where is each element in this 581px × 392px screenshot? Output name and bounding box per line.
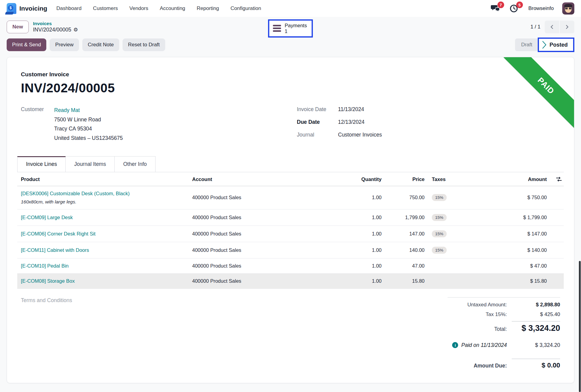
header-product[interactable]: Product bbox=[17, 176, 189, 182]
paid-line: i Paid on 11/13/2024 $ 3,324.20 bbox=[448, 342, 560, 348]
navbar-right: 7 5 Browseinfo bbox=[491, 2, 574, 15]
amount-due-line: Amount Due: $ 0.00 bbox=[448, 359, 560, 369]
product-link[interactable]: [E-COM09] Large Desk bbox=[21, 215, 185, 220]
info-icon[interactable]: i bbox=[452, 342, 458, 348]
print-send-button[interactable]: Print & Send bbox=[7, 38, 46, 51]
due-date-field[interactable]: Due Date 12/13/2024 bbox=[297, 119, 442, 125]
amount-cell: $ 15.80 bbox=[474, 278, 550, 284]
status-posted-label: Posted bbox=[550, 42, 568, 48]
account-cell[interactable]: 400000 Product Sales bbox=[189, 231, 346, 237]
status-arrow-icon bbox=[542, 41, 547, 49]
quantity-cell[interactable]: 1.00 bbox=[346, 215, 385, 220]
avatar-hair bbox=[564, 4, 572, 7]
price-cell[interactable]: 1,799.00 bbox=[385, 215, 428, 220]
account-cell[interactable]: 400000 Product Sales bbox=[189, 195, 346, 200]
invoice-date-value[interactable]: 11/13/2024 bbox=[338, 106, 364, 113]
tax-badge[interactable]: 15% bbox=[432, 214, 447, 221]
invoice-info: Customer Ready Mat 7500 W Linne Road Tra… bbox=[21, 106, 564, 143]
table-row[interactable]: [E-COM10] Pedal Bin 400000 Product Sales… bbox=[17, 259, 564, 274]
nav-item-configuration[interactable]: Configuration bbox=[231, 5, 261, 12]
price-cell[interactable]: 750.00 bbox=[385, 195, 428, 200]
price-cell[interactable]: 15.80 bbox=[385, 278, 428, 284]
tax-label: Tax 15%: bbox=[486, 311, 512, 318]
header-account[interactable]: Account bbox=[189, 176, 346, 182]
payments-button[interactable]: Payments 1 bbox=[268, 19, 313, 38]
tax-badge[interactable]: 15% bbox=[432, 247, 447, 254]
product-link[interactable]: [DESK0006] Customizable Desk (Custom, Bl… bbox=[21, 191, 185, 196]
table-row[interactable]: [E-COM09] Large Desk 400000 Product Sale… bbox=[17, 209, 564, 226]
new-button[interactable]: New bbox=[7, 21, 29, 33]
messages-badge: 7 bbox=[497, 2, 504, 8]
quantity-cell[interactable]: 1.00 bbox=[346, 195, 385, 200]
pager-previous-button[interactable] bbox=[545, 21, 559, 33]
table-row[interactable]: [E-COM08] Storage Box 400000 Product Sal… bbox=[17, 274, 564, 289]
price-cell[interactable]: 140.00 bbox=[385, 247, 428, 253]
vertical-scrollbar[interactable] bbox=[579, 261, 581, 392]
journal-field[interactable]: Journal Customer Invoices bbox=[297, 132, 442, 138]
paid-on-label: Paid on 11/13/2024 bbox=[461, 342, 512, 348]
table-row[interactable]: [E-COM06] Corner Desk Right Sit 400000 P… bbox=[17, 226, 564, 242]
quantity-cell[interactable]: 1.00 bbox=[346, 231, 385, 237]
breadcrumb: Invoices INV/2024/00005 ⚙ bbox=[33, 21, 78, 33]
pager-next-button[interactable] bbox=[560, 21, 574, 33]
table-row[interactable]: [DESK0006] Customizable Desk (Custom, Bl… bbox=[17, 186, 564, 209]
user-name[interactable]: Browseinfo bbox=[528, 5, 554, 12]
account-cell[interactable]: 400000 Product Sales bbox=[189, 263, 346, 269]
header-taxes[interactable]: Taxes bbox=[428, 176, 474, 182]
reset-to-draft-button[interactable]: Reset to Draft bbox=[123, 38, 165, 51]
status-draft[interactable]: Draft bbox=[515, 38, 538, 51]
app-brand[interactable]: $ Invoicing bbox=[7, 3, 47, 14]
header-price[interactable]: Price bbox=[385, 176, 428, 182]
tax-badge[interactable]: 15% bbox=[432, 194, 447, 201]
top-navbar: $ Invoicing Dashboard Customers Vendors … bbox=[0, 0, 581, 17]
preview-button[interactable]: Preview bbox=[50, 38, 79, 51]
optional-columns-button[interactable] bbox=[550, 176, 564, 182]
status-posted[interactable]: Posted bbox=[538, 38, 574, 52]
account-cell[interactable]: 400000 Product Sales bbox=[189, 215, 346, 220]
activities-badge: 5 bbox=[516, 2, 523, 8]
nav-item-reporting[interactable]: Reporting bbox=[197, 5, 219, 12]
invoice-date-label: Invoice Date bbox=[297, 106, 338, 113]
chevron-right-icon bbox=[565, 25, 569, 29]
product-link[interactable]: [E-COM06] Corner Desk Right Sit bbox=[21, 231, 185, 237]
tax-badge[interactable]: 15% bbox=[432, 230, 447, 237]
payments-count: 1 bbox=[285, 28, 307, 34]
breadcrumb-invoices-link[interactable]: Invoices bbox=[33, 21, 78, 26]
amount-cell: $ 1,799.00 bbox=[474, 215, 550, 220]
account-cell[interactable]: 400000 Product Sales bbox=[189, 278, 346, 284]
product-link[interactable]: [E-COM11] Cabinet with Doors bbox=[21, 247, 185, 253]
nav-item-vendors[interactable]: Vendors bbox=[130, 5, 148, 12]
product-link[interactable]: [E-COM10] Pedal Bin bbox=[21, 263, 185, 269]
activities-button[interactable]: 5 bbox=[510, 4, 520, 13]
totals-block: Untaxed Amount: $ 2,898.80 Tax 15%: $ 42… bbox=[448, 297, 560, 369]
quantity-cell[interactable]: 1.00 bbox=[346, 278, 385, 284]
tab-invoice-lines[interactable]: Invoice Lines bbox=[17, 156, 66, 172]
nav-item-accounting[interactable]: Accounting bbox=[160, 5, 185, 12]
quantity-cell[interactable]: 1.00 bbox=[346, 263, 385, 269]
quantity-cell[interactable]: 1.00 bbox=[346, 247, 385, 253]
credit-note-button[interactable]: Credit Note bbox=[82, 38, 119, 51]
tab-other-info[interactable]: Other Info bbox=[115, 156, 156, 172]
table-row[interactable]: [E-COM11] Cabinet with Doors 400000 Prod… bbox=[17, 242, 564, 259]
nav-item-customers[interactable]: Customers bbox=[93, 5, 118, 12]
gear-icon[interactable]: ⚙ bbox=[73, 27, 78, 33]
journal-value[interactable]: Customer Invoices bbox=[338, 132, 382, 138]
price-cell[interactable]: 47.00 bbox=[385, 263, 428, 269]
nav-item-dashboard[interactable]: Dashboard bbox=[56, 5, 81, 12]
price-cell[interactable]: 147.00 bbox=[385, 231, 428, 237]
header-quantity[interactable]: Quantity bbox=[346, 176, 385, 182]
user-avatar[interactable] bbox=[562, 2, 574, 15]
journal-label: Journal bbox=[297, 132, 338, 138]
amount-due-label: Amount Due: bbox=[474, 363, 512, 369]
messages-button[interactable]: 7 bbox=[491, 4, 501, 13]
customer-label: Customer bbox=[21, 106, 54, 143]
account-cell[interactable]: 400000 Product Sales bbox=[189, 247, 346, 253]
invoice-date-field[interactable]: Invoice Date 11/13/2024 bbox=[297, 106, 442, 113]
terms-and-conditions-placeholder[interactable]: Terms and Conditions bbox=[21, 297, 72, 304]
header-amount[interactable]: Amount bbox=[474, 176, 550, 182]
amount-cell: $ 750.00 bbox=[474, 195, 550, 200]
customer-name-link[interactable]: Ready Mat bbox=[54, 106, 123, 115]
product-link[interactable]: [E-COM08] Storage Box bbox=[21, 278, 185, 284]
due-date-value[interactable]: 12/13/2024 bbox=[338, 119, 365, 125]
tab-journal-items[interactable]: Journal Items bbox=[66, 156, 115, 172]
